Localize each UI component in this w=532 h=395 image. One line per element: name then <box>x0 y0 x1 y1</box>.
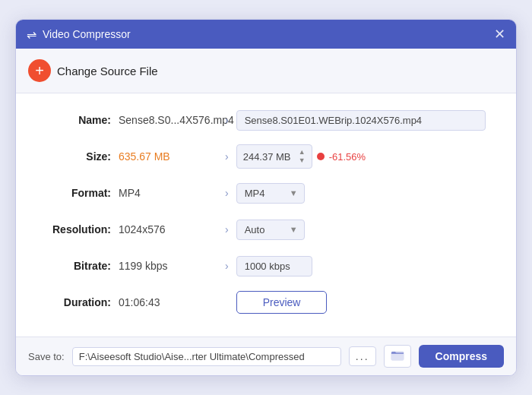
name-source-value: Sense8.S0...4X576.mp4 <box>119 114 217 126</box>
resolution-source-value: 1024x576 <box>119 223 217 235</box>
bitrate-label: Bitrate: <box>46 260 119 272</box>
name-output-wrap: Sense8.S01E01.WEBrip.1024X576.mp4 <box>236 110 486 131</box>
save-path-value: F:\Aiseesoft Studio\Aise...rter Ultimate… <box>72 347 341 366</box>
format-select[interactable]: MP4 ▼ <box>236 183 305 204</box>
footer: Save to: F:\Aiseesoft Studio\Aise...rter… <box>16 337 516 375</box>
format-output-wrap: MP4 ▼ <box>236 183 486 204</box>
size-output-value: 244.37 MB <box>243 151 296 163</box>
name-label: Name: <box>46 114 119 126</box>
folder-button[interactable] <box>384 345 411 368</box>
format-arrow-icon: › <box>225 187 229 199</box>
compress-button[interactable]: Compress <box>419 345 504 368</box>
toolbar: + Change Source File <box>16 49 516 93</box>
duration-output-wrap: Preview <box>236 291 486 314</box>
size-source-value: 635.67 MB <box>119 150 217 163</box>
resolution-select[interactable]: Auto ▼ <box>236 220 305 240</box>
plus-icon: + <box>28 59 51 82</box>
main-window: ⇌ Video Compressor ✕ + Change Source Fil… <box>15 19 517 376</box>
content-area: Name: Sense8.S0...4X576.mp4 › Sense8.S01… <box>16 93 516 337</box>
name-output-box: Sense8.S01E01.WEBrip.1024X576.mp4 <box>236 110 486 131</box>
bitrate-arrow-icon: › <box>225 260 229 272</box>
change-source-button[interactable]: + Change Source File <box>28 56 158 85</box>
name-arrow-icon: › <box>225 114 229 126</box>
dots-button[interactable]: ... <box>349 346 376 366</box>
bitrate-row: Bitrate: 1199 kbps › 1000 kbps <box>46 253 486 279</box>
folder-icon <box>391 349 404 361</box>
format-label: Format: <box>46 187 119 199</box>
change-source-label: Change Source File <box>57 65 158 77</box>
resolution-output-wrap: Auto ▼ <box>236 220 486 240</box>
app-icon: ⇌ <box>27 27 36 42</box>
bitrate-output-wrap: 1000 kbps <box>236 256 486 276</box>
size-input-wrap[interactable]: 244.37 MB ▲ ▼ <box>236 144 312 169</box>
resolution-select-value: Auto <box>245 224 265 235</box>
titlebar-left: ⇌ Video Compressor <box>27 27 131 42</box>
size-arrow-icon: › <box>225 150 229 163</box>
reduction-dot <box>317 153 325 160</box>
name-row: Name: Sense8.S0...4X576.mp4 › Sense8.S01… <box>46 107 486 133</box>
resolution-arrow-icon: › <box>225 223 229 235</box>
size-reduction-label: -61.56% <box>329 151 366 163</box>
bitrate-source-value: 1199 kbps <box>119 260 217 272</box>
size-output-wrap: 244.37 MB ▲ ▼ -61.56% <box>236 144 486 169</box>
close-button[interactable]: ✕ <box>494 27 505 41</box>
format-dropdown-icon: ▼ <box>290 188 298 198</box>
resolution-row: Resolution: 1024x576 › Auto ▼ <box>46 216 486 242</box>
bitrate-input-box[interactable]: 1000 kbps <box>236 256 312 276</box>
window-title: Video Compressor <box>43 28 131 40</box>
format-row: Format: MP4 › MP4 ▼ <box>46 180 486 206</box>
format-source-value: MP4 <box>119 187 217 199</box>
duration-row: Duration: 01:06:43 › Preview <box>46 289 486 315</box>
titlebar: ⇌ Video Compressor ✕ <box>16 20 516 49</box>
save-to-label: Save to: <box>28 351 65 362</box>
spinner-down-button[interactable]: ▼ <box>299 156 306 165</box>
spinner-buttons: ▲ ▼ <box>299 148 306 165</box>
resolution-dropdown-icon: ▼ <box>290 225 298 234</box>
resolution-label: Resolution: <box>46 223 119 235</box>
size-label: Size: <box>46 150 119 163</box>
duration-source-value: 01:06:43 <box>119 296 217 308</box>
format-select-value: MP4 <box>245 188 265 199</box>
size-row: Size: 635.67 MB › 244.37 MB ▲ ▼ -61.56% <box>46 144 486 169</box>
spinner-up-button[interactable]: ▲ <box>299 148 306 156</box>
preview-button[interactable]: Preview <box>236 291 328 314</box>
duration-label: Duration: <box>46 296 119 308</box>
